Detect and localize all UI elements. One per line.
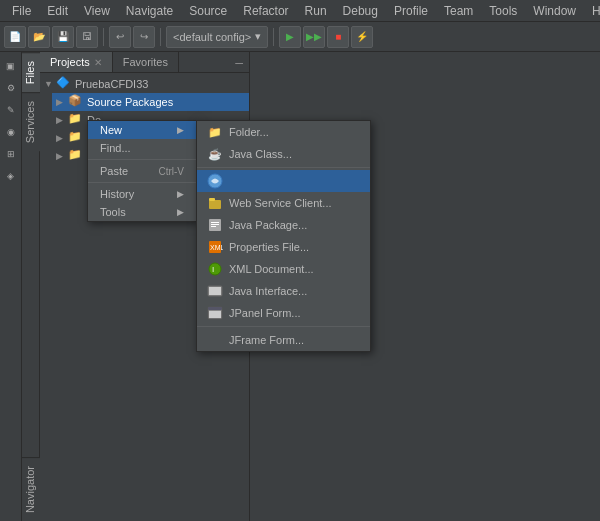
sub-label-jpanel: Java Interface... <box>229 285 307 297</box>
ctx-sep-2 <box>88 182 196 183</box>
ws-client-icon <box>207 173 223 189</box>
menu-file[interactable]: File <box>4 2 39 20</box>
menu-help[interactable]: Help <box>584 2 600 20</box>
project-icon: 🔷 <box>56 76 72 92</box>
ctx-paste-label: Paste <box>100 165 128 177</box>
menu-view[interactable]: View <box>76 2 118 20</box>
menu-profile[interactable]: Profile <box>386 2 436 20</box>
ctx-new-arrow: ▶ <box>177 125 184 135</box>
folder-icon: 📁 <box>207 124 223 140</box>
left-icon-6[interactable]: ◈ <box>1 166 21 186</box>
ctx-find-label: Find... <box>100 142 131 154</box>
menu-team[interactable]: Team <box>436 2 481 20</box>
ctx-history-text: History <box>100 188 134 200</box>
menu-debug[interactable]: Debug <box>335 2 386 20</box>
svg-rect-2 <box>209 198 215 201</box>
toolbar: 📄 📂 💾 🖫 ↩ ↪ <default config> ▾ ▶ ▶▶ ■ ⚡ <box>0 22 600 52</box>
tab-favorites[interactable]: Favorites <box>113 52 179 72</box>
toolbar-new-btn[interactable]: 📄 <box>4 26 26 48</box>
menu-window[interactable]: Window <box>525 2 584 20</box>
ctx-tools-arrow: ▶ <box>177 207 184 217</box>
menu-tools[interactable]: Tools <box>481 2 525 20</box>
de-icon: 📁 <box>68 112 84 128</box>
sub-item-java-iface[interactable]: I XML Document... <box>197 258 370 280</box>
tree-root-arrow: ▼ <box>44 79 56 89</box>
menu-edit[interactable]: Edit <box>39 2 76 20</box>
submenu-new: 📁 Folder... ☕ Java Class... Web Service … <box>196 120 371 352</box>
sub-item-ws-client[interactable] <box>197 170 370 192</box>
sub-sep-2 <box>197 326 370 327</box>
side-tab-services[interactable]: Services <box>22 92 40 151</box>
menu-refactor[interactable]: Refactor <box>235 2 296 20</box>
left-icon-strip: ▣ ⚙ ✎ ◉ ⊞ ◈ <box>0 52 22 521</box>
jpanel-icon <box>207 283 223 299</box>
other-icon <box>207 332 223 348</box>
toolbar-save-btn[interactable]: 💾 <box>52 26 74 48</box>
panel-minimize-btn[interactable]: – <box>229 52 249 72</box>
sub-item-java-package[interactable]: Web Service Client... <box>197 192 370 214</box>
sub-sep-1 <box>197 167 370 168</box>
svg-rect-12 <box>209 287 221 295</box>
ctx-tools-text: Tools <box>100 206 126 218</box>
sub-item-properties[interactable]: Java Package... <box>197 214 370 236</box>
source-packages-icon: 📦 <box>68 94 84 110</box>
tab-projects[interactable]: Projects ✕ <box>40 52 113 72</box>
ctx-paste-shortcut: Ctrl-V <box>158 166 184 177</box>
toolbar-sep-1 <box>103 28 104 46</box>
sub-item-other[interactable]: JFrame Form... <box>197 329 370 351</box>
side-tab-navigator[interactable]: Navigator <box>22 457 40 521</box>
jav-icon: 📁 <box>68 130 84 146</box>
toolbar-profile-btn[interactable]: ⚡ <box>351 26 373 48</box>
menu-navigate[interactable]: Navigate <box>118 2 181 20</box>
tab-projects-close[interactable]: ✕ <box>94 57 102 68</box>
config-dropdown[interactable]: <default config> ▾ <box>166 26 268 48</box>
sub-label-properties: Java Package... <box>229 219 307 231</box>
tree-arrow-3: ▶ <box>56 151 68 161</box>
menubar: File Edit View Navigate Source Refactor … <box>0 0 600 22</box>
ctx-item-paste[interactable]: Paste Ctrl-V <box>88 162 196 180</box>
toolbar-stop-btn[interactable]: ■ <box>327 26 349 48</box>
toolbar-redo-btn[interactable]: ↪ <box>133 26 155 48</box>
sub-label-java-iface: XML Document... <box>229 263 314 275</box>
svg-point-9 <box>209 263 221 275</box>
ctx-item-history[interactable]: History ▶ <box>88 185 196 203</box>
svg-text:XML: XML <box>210 244 223 251</box>
sub-item-jframe[interactable]: JPanel Form... <box>197 302 370 324</box>
side-tabs: Files Services Navigator <box>22 52 40 521</box>
ctx-item-tools[interactable]: Tools ▶ <box>88 203 196 221</box>
java-iface-icon: I <box>207 261 223 277</box>
toolbar-undo-btn[interactable]: ↩ <box>109 26 131 48</box>
toolbar-debug-btn[interactable]: ▶▶ <box>303 26 325 48</box>
ctx-item-new[interactable]: New ▶ <box>88 121 196 139</box>
context-menu: New ▶ Find... Paste Ctrl-V History ▶ Too… <box>87 120 197 222</box>
ctx-sep-1 <box>88 159 196 160</box>
toolbar-run-btn[interactable]: ▶ <box>279 26 301 48</box>
ctx-history-label: History <box>100 188 134 200</box>
side-tab-files[interactable]: Files <box>22 52 40 92</box>
menu-run[interactable]: Run <box>297 2 335 20</box>
ctx-item-find[interactable]: Find... <box>88 139 196 157</box>
toolbar-open-btn[interactable]: 📂 <box>28 26 50 48</box>
tree-item-source-packages[interactable]: ▶ 📦 Source Packages <box>52 93 249 111</box>
tree-label-0: Source Packages <box>87 96 173 108</box>
sub-item-folder[interactable]: 📁 Folder... <box>197 121 370 143</box>
tree-root-label: PruebaCFDI33 <box>75 78 148 90</box>
ctx-new-label: New <box>100 124 122 136</box>
panel-tabs: Projects ✕ Favorites – <box>40 52 249 73</box>
left-icon-5[interactable]: ⊞ <box>1 144 21 164</box>
left-icon-2[interactable]: ⚙ <box>1 78 21 98</box>
toolbar-sep-3 <box>273 28 274 46</box>
ctx-history-arrow: ▶ <box>177 189 184 199</box>
left-icon-1[interactable]: ▣ <box>1 56 21 76</box>
toolbar-save-all-btn[interactable]: 🖫 <box>76 26 98 48</box>
left-icon-3[interactable]: ✎ <box>1 100 21 120</box>
sub-item-jpanel[interactable]: Java Interface... <box>197 280 370 302</box>
sub-item-java-class[interactable]: ☕ Java Class... <box>197 143 370 165</box>
pr-icon: 📁 <box>68 148 84 164</box>
tree-arrow-0: ▶ <box>56 97 68 107</box>
sub-item-xml[interactable]: XML Properties File... <box>197 236 370 258</box>
left-icon-4[interactable]: ◉ <box>1 122 21 142</box>
menu-source[interactable]: Source <box>181 2 235 20</box>
tree-root[interactable]: ▼ 🔷 PruebaCFDI33 <box>40 75 249 93</box>
svg-rect-1 <box>209 200 221 209</box>
